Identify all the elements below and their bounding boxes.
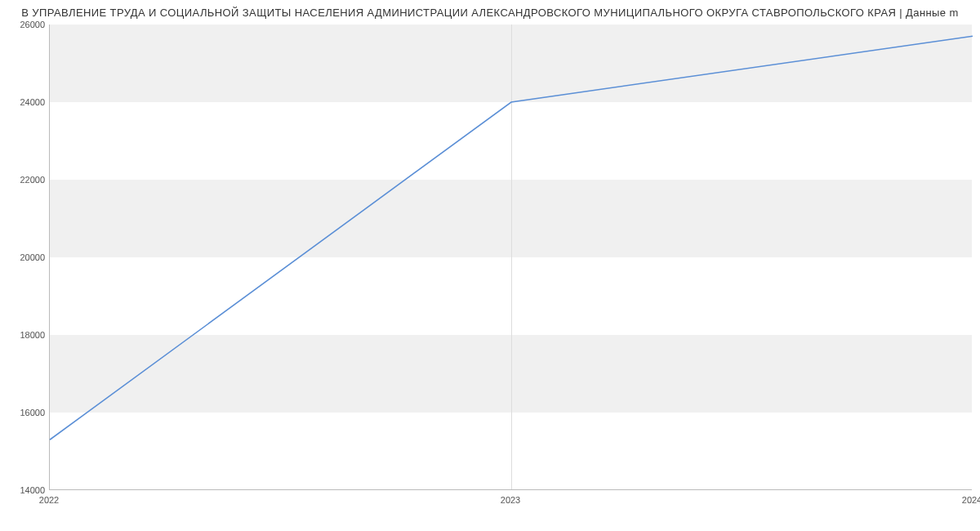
- x-tick-label: 2023: [501, 495, 520, 505]
- chart-container: 1400016000180002000022000240002600020222…: [0, 0, 980, 531]
- y-tick-label: 16000: [4, 408, 45, 417]
- y-tick-label: 14000: [4, 485, 45, 495]
- y-tick-label: 18000: [4, 330, 45, 340]
- y-tick-label: 20000: [4, 252, 45, 262]
- plot-area: [49, 25, 972, 490]
- y-tick-label: 22000: [4, 175, 45, 185]
- y-tick-label: 24000: [4, 97, 45, 107]
- y-tick-label: 26000: [4, 20, 45, 29]
- x-tick-label: 2022: [39, 495, 59, 505]
- line-series: [50, 25, 973, 490]
- x-tick-label: 2024: [962, 495, 980, 505]
